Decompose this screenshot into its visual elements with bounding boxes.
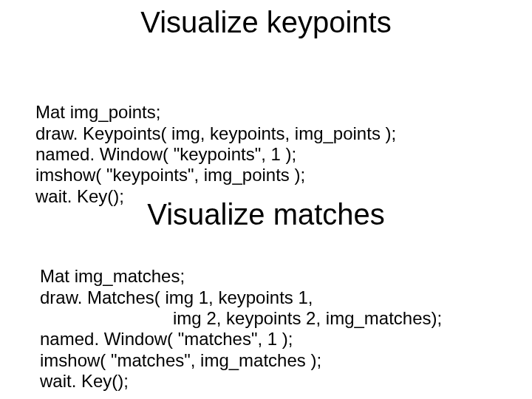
code-line: Mat img_points; [35, 102, 160, 122]
slide: Visualize keypoints Mat img_points; draw… [0, 0, 532, 399]
code-line: imshow( "matches", img_matches ); [40, 350, 321, 370]
code-line: imshow( "keypoints", img_points ); [35, 165, 305, 185]
code-line: named. Window( "matches", 1 ); [40, 329, 293, 349]
code-line: draw. Keypoints( img, keypoints, img_poi… [35, 123, 396, 143]
heading-visualize-keypoints: Visualize keypoints [0, 6, 532, 39]
code-block-matches: Mat img_matches; draw. Matches( img 1, k… [40, 245, 442, 392]
code-line: wait. Key(); [40, 371, 129, 391]
heading-visualize-matches: Visualize matches [0, 198, 532, 231]
code-line: named. Window( "keypoints", 1 ); [35, 144, 296, 164]
code-line: Mat img_matches; [40, 266, 185, 286]
code-line: img 2, keypoints 2, img_matches); [40, 308, 442, 328]
code-line: draw. Matches( img 1, keypoints 1, [40, 287, 313, 307]
code-block-keypoints: Mat img_points; draw. Keypoints( img, ke… [35, 81, 396, 207]
